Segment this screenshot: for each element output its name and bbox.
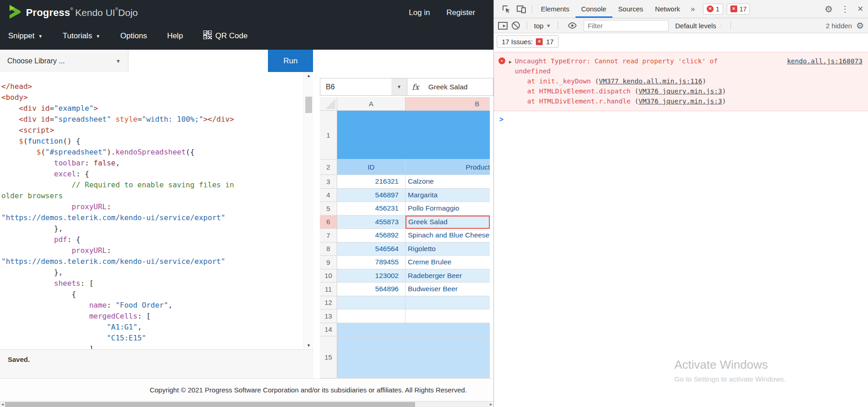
menu-item-qr-code[interactable]: QR Code	[203, 31, 248, 41]
name-box-dropdown[interactable]: ▼	[391, 78, 407, 95]
stack-source-link[interactable]: VM376 jquery.min.js:3	[638, 88, 722, 95]
cell-b7[interactable]: Spinach and Blue Cheese	[406, 229, 490, 242]
tab-sources[interactable]: Sources	[612, 0, 649, 18]
stack-source-link[interactable]: VM377 kendo.all.min.js:116	[599, 77, 702, 85]
cell-a13[interactable]	[337, 309, 406, 323]
console-prompt-chevron[interactable]: >	[499, 115, 868, 124]
brand-logo[interactable]: Progress® Kendo UI®Dojo	[8, 4, 138, 21]
cell-b9[interactable]: Creme Brulee	[406, 256, 490, 269]
error-source-link[interactable]: kendo.all.js:168073	[787, 56, 863, 66]
choose-library-dropdown[interactable]: Choose Library ... ▼	[0, 50, 128, 72]
console-settings-gear-icon[interactable]: ⚙	[856, 21, 864, 31]
row-header-9[interactable]: 9	[320, 256, 337, 269]
row-header-2[interactable]: 2	[320, 160, 337, 175]
hidden-messages-label[interactable]: 2 hidden	[826, 22, 852, 30]
row-header-15[interactable]: 15	[320, 336, 337, 378]
row-header-3[interactable]: 3	[320, 175, 337, 189]
tab-elements[interactable]: Elements	[535, 0, 575, 18]
row-header-10[interactable]: 10	[320, 269, 337, 283]
cell-b6[interactable]: Greek Salad	[406, 216, 490, 229]
select-all-corner[interactable]	[320, 97, 337, 111]
row-header-6[interactable]: 6	[320, 216, 337, 229]
cell-a15[interactable]	[337, 336, 406, 378]
row-header-12[interactable]: 12	[320, 296, 337, 310]
cell-a4[interactable]: 546897	[337, 189, 406, 202]
cell-a6[interactable]: 455873	[337, 216, 406, 229]
cell-a2[interactable]: ID	[337, 160, 406, 175]
row-header-11[interactable]: 11	[320, 283, 337, 296]
column-header-b[interactable]: B	[406, 97, 490, 111]
row-header-8[interactable]: 8	[320, 242, 337, 256]
cell-b2[interactable]: Product	[406, 160, 490, 175]
row-header-5[interactable]: 5	[320, 202, 337, 216]
horizontal-scrollbar[interactable]: ◄ ►	[0, 401, 493, 407]
expand-triangle-icon[interactable]: ▶	[509, 57, 512, 106]
cell-a8[interactable]: 546564	[337, 242, 406, 256]
scroll-up-icon[interactable]: ▲	[304, 73, 313, 78]
code-content[interactable]: </head><body> <div id="example"> <div id…	[0, 72, 313, 349]
cell-b13[interactable]	[406, 309, 490, 323]
cell-a7[interactable]: 456892	[337, 229, 406, 242]
scroll-right-icon[interactable]: ►	[488, 402, 493, 407]
row-header-1[interactable]: 1	[320, 111, 337, 160]
menu-item-help[interactable]: Help	[167, 31, 183, 41]
cell-a3[interactable]: 216321	[337, 175, 406, 189]
row-header-13[interactable]: 13	[320, 309, 337, 323]
menu-item-options[interactable]: Options	[120, 31, 147, 41]
device-toolbar-icon[interactable]	[516, 5, 526, 14]
clear-console-icon[interactable]	[512, 21, 520, 30]
tab-network[interactable]: Network	[649, 0, 686, 18]
row-header-4[interactable]: 4	[320, 189, 337, 202]
more-tabs-icon[interactable]: »	[691, 5, 695, 14]
menu-item-snippet[interactable]: Snippet▼	[8, 31, 43, 41]
console-sidebar-icon[interactable]: ▶	[498, 22, 508, 30]
close-icon[interactable]: ✕	[858, 5, 863, 13]
run-button[interactable]: Run	[268, 50, 313, 72]
scrollbar-thumb[interactable]	[5, 402, 415, 407]
cell-a11[interactable]: 564896	[337, 283, 406, 296]
scrollbar-thumb[interactable]	[305, 97, 312, 113]
merged-cell-a1-g1[interactable]	[337, 111, 490, 160]
menu-item-tutorials[interactable]: Tutorials▼	[63, 31, 100, 41]
cell-b3[interactable]: Calzone	[406, 175, 490, 189]
cell-b8[interactable]: Rigoletto	[406, 242, 490, 256]
cell-b11[interactable]: Budweiser Beer	[406, 283, 490, 296]
column-header-a[interactable]: A	[337, 97, 406, 111]
stack-frame: at HTMLDivElement.dispatch (VM376 jquery…	[527, 86, 783, 96]
formula-input[interactable]: Greek Salad	[424, 78, 493, 95]
cell-b15[interactable]	[406, 336, 490, 378]
console-error-badge[interactable]: ✕ 1	[703, 4, 723, 15]
editor-vertical-scrollbar[interactable]: ▲ ▼	[303, 72, 313, 349]
register-link[interactable]: Register	[447, 8, 475, 17]
cell-b14[interactable]	[406, 323, 490, 337]
cell-a14[interactable]	[337, 323, 406, 337]
cell-b5[interactable]: Pollo Formaggio	[406, 202, 490, 216]
cell-a12[interactable]	[337, 296, 406, 310]
scroll-down-icon[interactable]: ▼	[304, 343, 313, 348]
inspect-element-icon[interactable]	[501, 4, 511, 14]
settings-gear-icon[interactable]: ⚙	[825, 4, 833, 15]
cell-b4[interactable]: Margarita	[406, 189, 490, 202]
issues-badge[interactable]: ✕ 17	[727, 4, 750, 15]
row-header-14[interactable]: 14	[320, 323, 337, 337]
console-error-entry[interactable]: ✕ ▶ kendo.all.js:168073 Uncaught TypeErr…	[494, 52, 868, 111]
cell-b12[interactable]	[406, 296, 490, 310]
log-levels-dropdown[interactable]: Default levels ▼	[675, 22, 724, 30]
context-selector[interactable]: top ▼	[534, 22, 551, 30]
cell-a5[interactable]: 456231	[337, 202, 406, 216]
cell-b10[interactable]: Radeberger Beer	[406, 269, 490, 283]
console-log-area[interactable]: ✕ ▶ kendo.all.js:168073 Uncaught TypeErr…	[494, 50, 868, 407]
issues-counter-button[interactable]: 17 Issues: ✕ 17	[497, 35, 559, 48]
console-filter-input[interactable]	[584, 20, 668, 31]
stack-source-link[interactable]: VM376 jquery.min.js:3	[638, 98, 722, 105]
cell-a10[interactable]: 123002	[337, 269, 406, 283]
code-editor[interactable]: </head><body> <div id="example"> <div id…	[0, 72, 313, 349]
login-link[interactable]: Log in	[409, 8, 430, 17]
row-header-7[interactable]: 7	[320, 229, 337, 242]
live-expression-eye-icon[interactable]	[568, 22, 577, 29]
scroll-left-icon[interactable]: ◄	[0, 402, 5, 407]
tab-console[interactable]: Console	[575, 0, 612, 18]
kebab-menu-icon[interactable]: ⋮	[841, 4, 849, 14]
cell-name-box[interactable]: B6	[320, 78, 391, 95]
cell-a9[interactable]: 789455	[337, 256, 406, 269]
